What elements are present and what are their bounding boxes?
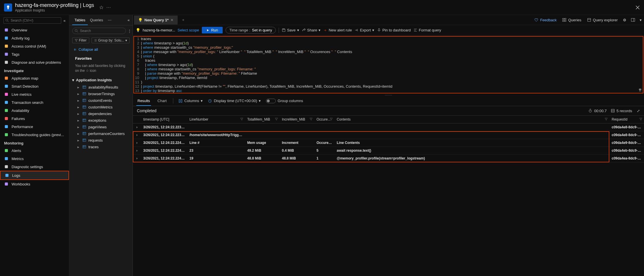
export-button[interactable]: Export ▾ — [355, 28, 374, 32]
pin-button[interactable]: Pin to dashboard — [377, 28, 411, 32]
sidebar-item-search[interactable]: Transaction search — [0, 98, 69, 106]
table-row[interactable]: ›3/26/2021, 12:24:22.223 AM/home/site/ww… — [133, 131, 644, 139]
table-row[interactable]: ›3/26/2021, 12:24:22.223 AMc09da4e8-8dc9… — [133, 123, 644, 131]
sidebar-item-appmap[interactable]: Application map — [0, 74, 69, 82]
filter-icon[interactable] — [639, 118, 642, 121]
cell: c09da4e8-8dc9-11e — [609, 131, 644, 139]
queries-link[interactable]: Queries — [559, 18, 584, 22]
sidebar-search[interactable] — [3, 17, 61, 24]
sidebar-item-smart[interactable]: Smart Detection — [0, 82, 69, 90]
feedback-link[interactable]: Feedback — [531, 18, 559, 22]
sidebar-item-guide[interactable]: Troubleshooting guides (previ... — [0, 131, 69, 139]
filter-icon[interactable] — [310, 118, 312, 121]
table-row[interactable]: ›3/26/2021, 12:24:22.224 AM1948.8 MiB48.… — [133, 155, 644, 162]
table-availabilityResults[interactable]: ▸availabilityResults — [69, 84, 133, 91]
filter-icon[interactable] — [240, 118, 243, 121]
col-header[interactable]: TotalMem_MiB — [245, 116, 280, 123]
expand-row-icon[interactable]: › — [133, 155, 141, 162]
sidebar-search-input[interactable] — [11, 18, 59, 22]
col-header[interactable]: Occure... — [314, 116, 334, 123]
filter-icon[interactable] — [275, 118, 278, 121]
run-button[interactable]: Run — [202, 27, 223, 33]
tabs-more-icon[interactable]: ⋯ — [108, 18, 111, 22]
table-pageViews[interactable]: ▸pageViews — [69, 124, 133, 130]
col-header[interactable]: LineNumber — [187, 116, 245, 123]
sidebar-item-workbooks[interactable]: Workbooks — [0, 180, 69, 188]
query-tab[interactable]: 💡 New Query 1* ✕ — [134, 16, 178, 25]
sidebar-item-overview[interactable]: Overview — [0, 26, 69, 34]
expand-row-icon[interactable]: › — [133, 139, 141, 147]
collapse-all-link[interactable]: Collapse all — [69, 44, 133, 55]
panel-icon[interactable] — [629, 18, 637, 22]
columns-button[interactable]: Columns ▾ — [178, 99, 203, 103]
query-explorer-link[interactable]: Query explorer — [584, 18, 621, 22]
col-header[interactable]: IncreMem_MiB — [280, 116, 314, 123]
filter-icon[interactable] — [605, 118, 608, 121]
tables-search-input[interactable] — [80, 29, 123, 33]
group-columns-toggle[interactable]: Group columns — [266, 99, 303, 103]
expand-row-icon[interactable]: › — [133, 131, 141, 139]
table-browserTimings[interactable]: ▸browserTimings — [69, 91, 133, 97]
sidebar-item-access[interactable]: Access control (IAM) — [0, 42, 69, 50]
tab-tables[interactable]: Tables — [72, 15, 88, 25]
filter-icon[interactable] — [330, 118, 333, 121]
tables-more-icon[interactable]: ⋮ — [128, 29, 131, 33]
close-icon[interactable] — [635, 5, 640, 10]
table-performanceCounters[interactable]: ▸performanceCounters — [69, 130, 133, 137]
col-header[interactable]: timestamp [UTC] — [141, 116, 187, 123]
sidebar-item-activity[interactable]: Activity log — [0, 34, 69, 42]
sidebar-item-diagnose[interactable]: Diagnose and solve problems — [0, 58, 69, 66]
groupby-button[interactable]: Group by: Solu... ▾ — [92, 37, 130, 43]
expand-row-icon[interactable]: › — [133, 123, 141, 131]
sidebar-item-perf[interactable]: Performance — [0, 123, 69, 131]
close-tab-icon[interactable]: ✕ — [170, 18, 174, 22]
expand-results-icon[interactable]: ⤢ — [637, 109, 640, 113]
filter-button[interactable]: Filter — [72, 37, 89, 43]
chevron-down-icon[interactable]: ▾ — [637, 18, 644, 22]
table-exceptions[interactable]: ▸exceptions — [69, 117, 133, 124]
svg-rect-18 — [5, 165, 8, 168]
heart-icon — [534, 18, 538, 22]
format-button[interactable]: Format query — [414, 28, 441, 32]
save-button[interactable]: Save ▾ — [282, 28, 299, 32]
tab-queries[interactable]: Queries — [88, 15, 106, 25]
settings-icon[interactable]: ⚙ — [621, 18, 629, 22]
bulb-icon: 💡 — [136, 28, 140, 32]
share-button[interactable]: Share ▾ — [302, 28, 321, 32]
sidebar-item-diag[interactable]: Diagnostic settings — [0, 163, 69, 171]
new-alert-button[interactable]: ＋ New alert rule — [323, 28, 352, 33]
more-icon[interactable]: ⋯ — [106, 5, 111, 10]
sidebar-item-alerts[interactable]: Alerts — [0, 147, 69, 155]
collapse-tables-icon[interactable]: « — [128, 18, 130, 22]
table-row[interactable]: ›3/26/2021, 12:24:22.224 AMLine #Mem usa… — [133, 139, 644, 147]
add-tab-button[interactable]: ＋ — [178, 15, 189, 25]
table-customMetrics[interactable]: ▸customMetrics — [69, 104, 133, 110]
display-time-button[interactable]: Display time (UTC+00:00) ▾ — [208, 99, 261, 103]
collapse-sidebar-icon[interactable]: « — [64, 18, 66, 23]
expand-row-icon[interactable]: › — [133, 147, 141, 155]
query-editor[interactable]: 1traces2| where timestamp > ago(1d)3| wh… — [133, 36, 643, 93]
table-customEvents[interactable]: ▸customEvents — [69, 97, 133, 104]
metrics-icon — [4, 156, 9, 161]
sidebar-item-avail[interactable]: Availability — [0, 106, 69, 114]
scroll-up-icon[interactable]: ⇈ — [639, 88, 642, 92]
col-header[interactable]: Contents — [334, 116, 609, 123]
sidebar-item-fail[interactable]: Failures — [0, 114, 69, 123]
sidebar-item-tags[interactable]: Tags — [0, 50, 69, 58]
table-traces[interactable]: ▸traces — [69, 144, 133, 150]
results-tab[interactable]: Results — [136, 96, 151, 106]
table-requests[interactable]: ▸requests — [69, 137, 133, 144]
col-header[interactable]: RequestId — [609, 116, 644, 123]
sidebar-item-metrics[interactable]: Metrics — [0, 155, 69, 163]
table-row[interactable]: ›3/26/2021, 12:24:22.224 AM2349.2 MiB0.4… — [133, 147, 644, 155]
sidebar-item-logs[interactable]: Logs — [0, 171, 69, 180]
timerange-button[interactable]: Time range : Set in query — [226, 27, 276, 33]
chart-tab[interactable]: Chart — [156, 96, 168, 106]
sidebar-item-live[interactable]: Live metrics — [0, 90, 69, 98]
select-scope-link[interactable]: Select scope — [178, 28, 199, 32]
table-dependencies[interactable]: ▸dependencies — [69, 110, 133, 117]
tree-appinsights[interactable]: ▾ Application Insights — [69, 76, 133, 84]
tables-search[interactable] — [72, 28, 126, 34]
scope-selector[interactable]: 💡 hazeng-fa-memor... Select scope — [136, 28, 199, 32]
pin-icon[interactable] — [99, 5, 103, 10]
